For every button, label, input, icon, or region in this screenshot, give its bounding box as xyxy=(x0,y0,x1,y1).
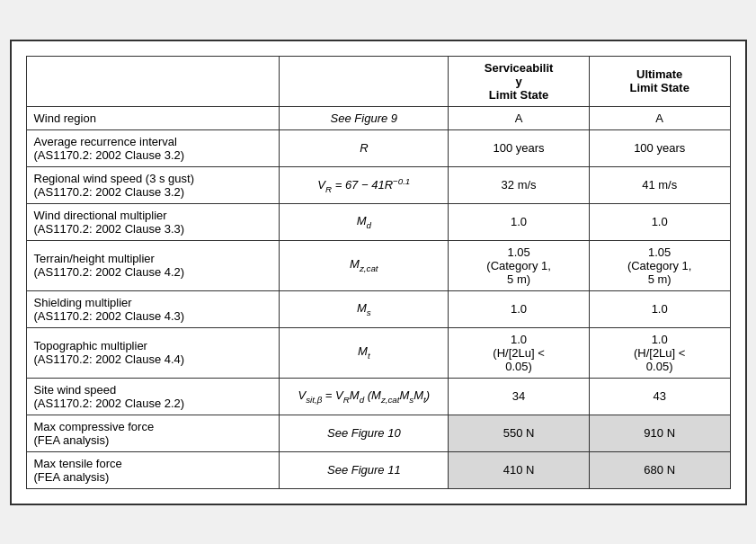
table-row-item-8: Max compressive force(FEA analysis) xyxy=(26,415,280,451)
table-row-formula-5: Ms xyxy=(280,290,449,327)
table-row-formula-2: VR = 67 − 41R−0.1 xyxy=(280,166,449,203)
table-row-uls-4: 1.05(Category 1,5 m) xyxy=(589,240,730,290)
table-row-sls-5: 1.0 xyxy=(449,290,590,327)
table-row-formula-9: See Figure 11 xyxy=(280,451,449,488)
table-row-item-9: Max tensile force(FEA analysis) xyxy=(26,451,280,488)
table-row-item-0: Wind region xyxy=(26,106,280,129)
table-row-sls-0: A xyxy=(449,106,590,129)
table-row-item-3: Wind directional multiplier(AS1170.2: 20… xyxy=(26,203,280,240)
table-row-formula-6: Mt xyxy=(280,327,449,378)
table-row-sls-7: 34 xyxy=(449,378,590,415)
table-row-formula-8: See Figure 10 xyxy=(280,415,449,451)
table-row-uls-7: 43 xyxy=(589,378,730,415)
table-row-uls-2: 41 m/s xyxy=(589,166,730,203)
table-row-item-1: Average recurrence interval(AS1170.2: 20… xyxy=(26,129,280,166)
table-row-formula-7: Vsit,β = VRMd (Mz,catMsMt) xyxy=(280,378,449,415)
table-row-formula-0: See Figure 9 xyxy=(280,106,449,129)
table-row-sls-9: 410 N xyxy=(449,451,590,488)
table-row-uls-6: 1.0(H/[2Lu] <0.05) xyxy=(589,327,730,378)
table-row-uls-8: 910 N xyxy=(589,415,730,451)
table-row-item-7: Site wind speed(AS1170.2: 2002 Clause 2.… xyxy=(26,378,280,415)
table-row-uls-0: A xyxy=(589,106,730,129)
table-row-uls-5: 1.0 xyxy=(589,290,730,327)
col-header-uls: UltimateLimit State xyxy=(589,56,730,106)
table-row-item-4: Terrain/height multiplier(AS1170.2: 2002… xyxy=(26,240,280,290)
table-row-item-2: Regional wind speed (3 s gust)(AS1170.2:… xyxy=(26,166,280,203)
table-row-uls-9: 680 N xyxy=(589,451,730,488)
table-row-sls-8: 550 N xyxy=(449,415,590,451)
table-row-uls-1: 100 years xyxy=(589,129,730,166)
table-row-uls-3: 1.0 xyxy=(589,203,730,240)
col-header-formula xyxy=(280,56,449,106)
table-row-sls-6: 1.0(H/[2Lu] <0.05) xyxy=(449,327,590,378)
table-row-formula-1: R xyxy=(280,129,449,166)
table-row-formula-3: Md xyxy=(280,203,449,240)
table-row-item-6: Topographic multiplier(AS1170.2: 2002 Cl… xyxy=(26,327,280,378)
table-row-formula-4: Mz,cat xyxy=(280,240,449,290)
table-row-item-5: Shielding multiplier(AS1170.2: 2002 Clau… xyxy=(26,290,280,327)
col-header-sls: ServiceabilityLimit State xyxy=(449,56,590,106)
table-row-sls-4: 1.05(Category 1,5 m) xyxy=(449,240,590,290)
table-row-sls-1: 100 years xyxy=(449,129,590,166)
data-table: ServiceabilityLimit State UltimateLimit … xyxy=(26,56,731,489)
col-header-item xyxy=(26,56,280,106)
table-row-sls-2: 32 m/s xyxy=(449,166,590,203)
page-container: ServiceabilityLimit State UltimateLimit … xyxy=(10,40,747,505)
table-row-sls-3: 1.0 xyxy=(449,203,590,240)
